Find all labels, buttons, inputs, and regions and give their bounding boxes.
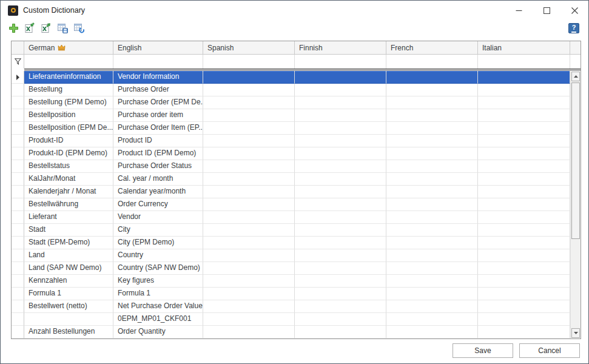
cell-italian[interactable] <box>478 109 570 122</box>
scrollbar-up-button[interactable] <box>571 72 580 81</box>
row-header[interactable] <box>12 84 24 96</box>
cell-spanish[interactable] <box>203 262 295 275</box>
row-header[interactable] <box>12 211 24 224</box>
cell-spanish[interactable] <box>203 326 295 339</box>
maximize-button[interactable] <box>533 1 560 20</box>
reset-table-layout-button[interactable] <box>72 21 86 35</box>
table-row[interactable]: Produkt-ID (EPM Demo)Product ID (EPM Dem… <box>12 147 581 160</box>
cell-finnish[interactable] <box>295 224 386 237</box>
minimize-button[interactable] <box>505 1 533 20</box>
cell-finnish[interactable] <box>295 300 386 313</box>
cell-italian[interactable] <box>478 237 570 249</box>
filter-cell-german[interactable] <box>24 55 113 69</box>
table-row[interactable]: Land (SAP NW Demo)Country (SAP NW Demo) <box>12 262 581 275</box>
table-row[interactable]: Bestellwert (netto)Net Purchase Order Va… <box>12 300 581 313</box>
cell-finnish[interactable] <box>295 96 386 109</box>
cell-english[interactable]: Country <box>113 249 203 262</box>
cell-english[interactable]: Order Currency <box>113 198 203 211</box>
cell-english[interactable]: Product ID (EPM Demo) <box>113 147 203 160</box>
column-header-german[interactable]: German <box>24 41 113 54</box>
cell-italian[interactable] <box>478 249 570 262</box>
cell-italian[interactable] <box>478 122 570 135</box>
cell-english[interactable]: Purchase order item <box>113 109 203 122</box>
cell-german[interactable]: KalJahr/Monat <box>24 173 113 186</box>
cell-french[interactable] <box>386 186 478 198</box>
add-entry-button[interactable] <box>7 21 20 35</box>
table-row[interactable]: KennzahlenKey figures <box>12 275 581 288</box>
cell-english[interactable]: Product ID <box>113 135 203 147</box>
filter-cell-italian[interactable] <box>478 55 570 69</box>
import-from-excel-button[interactable] <box>23 21 36 35</box>
cell-italian[interactable] <box>478 96 570 109</box>
filter-cell-spanish[interactable] <box>203 55 295 69</box>
cell-english[interactable]: Order Quantity <box>113 326 203 339</box>
cell-italian[interactable] <box>478 326 570 339</box>
table-row[interactable]: BestellpositionPurchase order item <box>12 109 581 122</box>
cell-english[interactable]: Vendor Information <box>113 71 203 84</box>
cell-german[interactable]: Anzahl Bestellungen <box>24 326 113 339</box>
column-header-italian[interactable]: Italian <box>478 41 570 54</box>
table-row[interactable]: Anzahl BestellungenOrder Quantity <box>12 326 581 339</box>
cell-german[interactable]: Produkt-ID <box>24 135 113 147</box>
table-row[interactable]: BestellwährungOrder Currency <box>12 198 581 211</box>
cell-english[interactable]: Key figures <box>113 275 203 288</box>
cell-french[interactable] <box>386 147 478 160</box>
cell-german[interactable]: Kalenderjahr / Monat <box>24 186 113 198</box>
row-header[interactable] <box>12 326 24 339</box>
scrollbar-thumb[interactable] <box>571 83 580 239</box>
cell-german[interactable] <box>24 313 113 326</box>
cell-finnish[interactable] <box>295 249 386 262</box>
cell-german[interactable]: Bestellwährung <box>24 198 113 211</box>
cell-italian[interactable] <box>478 186 570 198</box>
row-header[interactable] <box>12 173 24 186</box>
cell-italian[interactable] <box>478 300 570 313</box>
cell-french[interactable] <box>386 237 478 249</box>
cell-french[interactable] <box>386 135 478 147</box>
table-row[interactable]: StadtCity <box>12 224 581 237</box>
cell-spanish[interactable] <box>203 84 295 96</box>
table-row[interactable]: BestellungPurchase Order <box>12 84 581 96</box>
cell-italian[interactable] <box>478 173 570 186</box>
row-header[interactable] <box>12 122 24 135</box>
cell-french[interactable] <box>386 84 478 96</box>
row-header[interactable] <box>12 300 24 313</box>
cell-finnish[interactable] <box>295 275 386 288</box>
cell-english[interactable]: Vendor <box>113 211 203 224</box>
table-row[interactable]: KalJahr/MonatCal. year / month <box>12 173 581 186</box>
cell-german[interactable]: Bestellposition <box>24 109 113 122</box>
cell-english[interactable]: Cal. year / month <box>113 173 203 186</box>
table-row[interactable]: Formula 1Formula 1 <box>12 288 581 300</box>
table-row[interactable]: BestellstatusPurchase Order Status <box>12 160 581 173</box>
cell-spanish[interactable] <box>203 173 295 186</box>
cell-spanish[interactable] <box>203 147 295 160</box>
cell-spanish[interactable] <box>203 160 295 173</box>
vertical-scrollbar[interactable] <box>570 71 581 339</box>
cell-german[interactable]: Land <box>24 249 113 262</box>
cell-spanish[interactable] <box>203 313 295 326</box>
cell-finnish[interactable] <box>295 84 386 96</box>
cell-english[interactable]: Formula 1 <box>113 288 203 300</box>
filter-cell-finnish[interactable] <box>295 55 386 69</box>
cell-english[interactable]: Purchase Order Status <box>113 160 203 173</box>
table-row[interactable]: Kalenderjahr / MonatCalendar year/month <box>12 186 581 198</box>
cell-italian[interactable] <box>478 135 570 147</box>
row-header[interactable] <box>12 147 24 160</box>
cell-english[interactable]: City (EPM Demo) <box>113 237 203 249</box>
cell-german[interactable]: Bestellposition (EPM De... <box>24 122 113 135</box>
row-header[interactable] <box>12 71 24 84</box>
cell-french[interactable] <box>386 224 478 237</box>
filter-cell-french[interactable] <box>386 55 478 69</box>
cell-french[interactable] <box>386 122 478 135</box>
cell-french[interactable] <box>386 211 478 224</box>
cell-german[interactable]: Produkt-ID (EPM Demo) <box>24 147 113 160</box>
row-header[interactable] <box>12 313 24 326</box>
cell-english[interactable]: City <box>113 224 203 237</box>
cell-spanish[interactable] <box>203 186 295 198</box>
cell-german[interactable]: Bestellung (EPM Demo) <box>24 96 113 109</box>
cell-french[interactable] <box>386 71 478 84</box>
cell-finnish[interactable] <box>295 173 386 186</box>
cell-italian[interactable] <box>478 71 570 84</box>
cell-finnish[interactable] <box>295 186 386 198</box>
cell-finnish[interactable] <box>295 288 386 300</box>
cell-german[interactable]: Stadt <box>24 224 113 237</box>
